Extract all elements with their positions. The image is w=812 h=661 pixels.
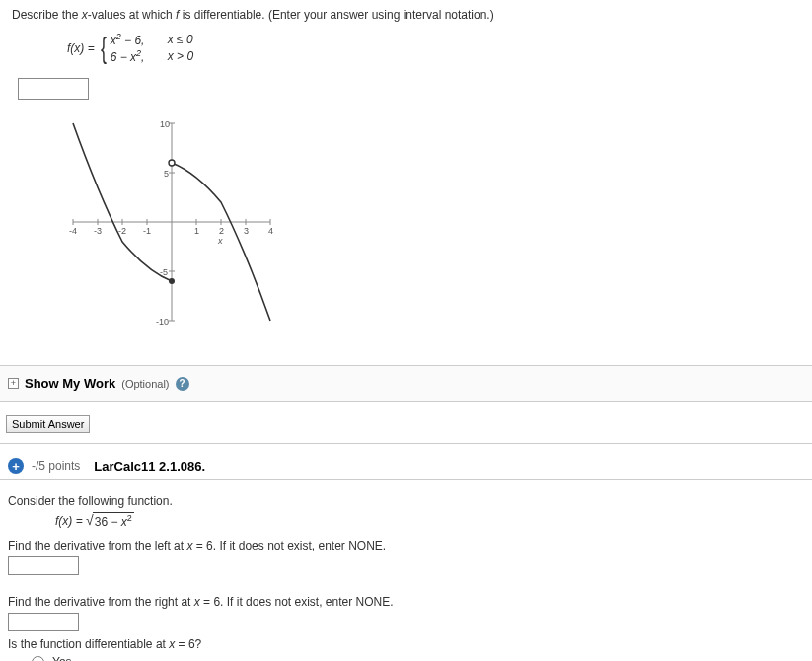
- submit-button[interactable]: Submit Answer: [6, 415, 90, 433]
- svg-text:-2: -2: [118, 226, 126, 236]
- svg-point-27: [169, 278, 175, 284]
- expand-icon[interactable]: +: [8, 378, 19, 389]
- question-2-header: + -/5 points LarCalc11 2.1.086.: [0, 444, 812, 480]
- piece-rows: x2 − 6, x ≤ 0 6 − x2, x > 0: [111, 32, 193, 64]
- text: is differentiable. (Enter your answer us…: [179, 8, 493, 22]
- piecewise-definition: f(x) = { x2 − 6, x ≤ 0 6 − x2, x > 0: [67, 32, 800, 64]
- sqrt-expression: √ 36 − x2: [86, 512, 134, 529]
- left-derivative-input[interactable]: [8, 556, 79, 575]
- svg-text:4: 4: [268, 226, 273, 236]
- question-1: Describe the x-values at which f is diff…: [0, 0, 812, 355]
- svg-text:-4: -4: [69, 226, 77, 236]
- reference-label: LarCalc11 2.1.086.: [94, 459, 205, 474]
- piece2-cond: x > 0: [168, 49, 193, 63]
- help-icon[interactable]: ?: [176, 377, 189, 391]
- right-derivative-input[interactable]: [8, 613, 79, 631]
- svg-text:10: 10: [160, 119, 170, 129]
- show-work-label: Show My Work: [25, 376, 115, 391]
- piece-row-1: x2 − 6, x ≤ 0: [111, 32, 193, 47]
- svg-text:5: 5: [164, 169, 169, 179]
- points-label: -/5 points: [32, 459, 80, 473]
- consider-text: Consider the following function.: [8, 494, 804, 508]
- fx-label: f(x) =: [55, 514, 86, 528]
- svg-text:-1: -1: [143, 226, 151, 236]
- svg-text:-3: -3: [94, 226, 102, 236]
- q1-prompt: Describe the x-values at which f is diff…: [12, 8, 800, 22]
- plus-icon[interactable]: +: [8, 458, 24, 474]
- svg-text:x: x: [217, 236, 223, 246]
- right-derivative-prompt: Find the derivative from the right at x …: [8, 595, 804, 609]
- text: = 6?: [175, 637, 201, 651]
- text: Is the function differentiable at: [8, 637, 169, 651]
- yes-label: Yes: [52, 655, 72, 661]
- svg-text:-10: -10: [156, 317, 169, 327]
- text: = 6. If it does not exist, enter NONE.: [200, 595, 394, 609]
- svg-point-28: [169, 160, 175, 166]
- text: -values at which: [88, 8, 176, 22]
- svg-text:3: 3: [244, 226, 249, 236]
- text: Describe the: [12, 8, 82, 22]
- optional-label: (Optional): [121, 378, 169, 390]
- differentiable-prompt: Is the function differentiable at x = 6?: [8, 637, 804, 651]
- submit-row: Submit Answer: [0, 402, 812, 444]
- radio-yes-row: Yes: [32, 655, 804, 661]
- question-2-body: Consider the following function. f(x) = …: [8, 494, 804, 661]
- left-derivative-prompt: Find the derivative from the left at x =…: [8, 539, 804, 552]
- fx-label: f(x) =: [67, 41, 95, 55]
- show-my-work-bar[interactable]: + Show My Work (Optional) ?: [0, 365, 812, 402]
- radio-yes[interactable]: [32, 656, 44, 662]
- svg-text:2: 2: [219, 226, 224, 236]
- text: = 6. If it does not exist, enter NONE.: [192, 539, 386, 552]
- brace: {: [101, 34, 107, 63]
- piece1-cond: x ≤ 0: [168, 33, 193, 46]
- svg-text:1: 1: [194, 226, 199, 236]
- text: Find the derivative from the left at: [8, 539, 186, 552]
- q1-answer-input[interactable]: [18, 78, 89, 100]
- graph: -4-3-2-1 1234 105-5-10 x: [53, 113, 800, 333]
- q2-function: f(x) = √ 36 − x2: [55, 512, 804, 529]
- text: Find the derivative from the right at: [8, 595, 194, 609]
- piece-row-2: 6 − x2, x > 0: [111, 48, 193, 64]
- graph-svg: -4-3-2-1 1234 105-5-10 x: [53, 113, 290, 330]
